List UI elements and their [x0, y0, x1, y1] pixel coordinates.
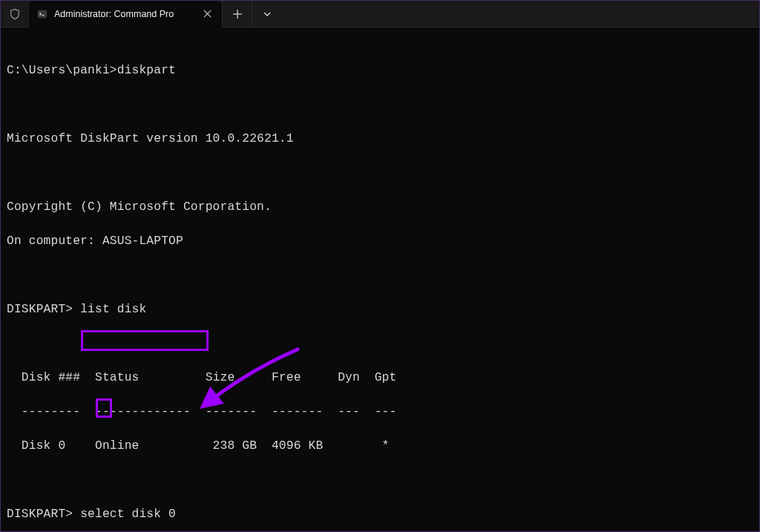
new-tab-button[interactable] [222, 1, 252, 27]
titlebar-actions [222, 1, 281, 27]
terminal-output[interactable]: C:\Users\panki>diskpart Microsoft DiskPa… [1, 27, 759, 532]
close-tab-button[interactable] [200, 7, 214, 22]
terminal-app-icon [36, 8, 48, 20]
line: Copyright (C) Microsoft Corporation. [7, 200, 272, 214]
line: On computer: ASUS-LAPTOP [7, 234, 183, 248]
active-tab[interactable]: Administrator: Command Pro [29, 1, 222, 27]
tab-dropdown-button[interactable] [252, 1, 281, 27]
line: -------- ------------- ------- ------- -… [7, 405, 396, 418]
line: DISKPART> list disk [7, 303, 146, 316]
annotation-highlight-command [81, 330, 209, 351]
titlebar: Administrator: Command Pro [1, 1, 759, 27]
line: DISKPART> select disk 0 [7, 508, 176, 521]
tab-title: Administrator: Command Pro [54, 9, 194, 19]
line: C:\Users\panki>diskpart [7, 64, 176, 77]
line: Microsoft DiskPart version 10.0.22621.1 [7, 132, 294, 145]
svg-rect-0 [38, 10, 47, 18]
line: Disk 0 Online 238 GB 4096 KB * [7, 439, 390, 453]
line: Disk ### Status Size Free Dyn Gpt [7, 371, 396, 384]
annotation-highlight-number [96, 398, 112, 418]
shield-icon [1, 8, 29, 20]
